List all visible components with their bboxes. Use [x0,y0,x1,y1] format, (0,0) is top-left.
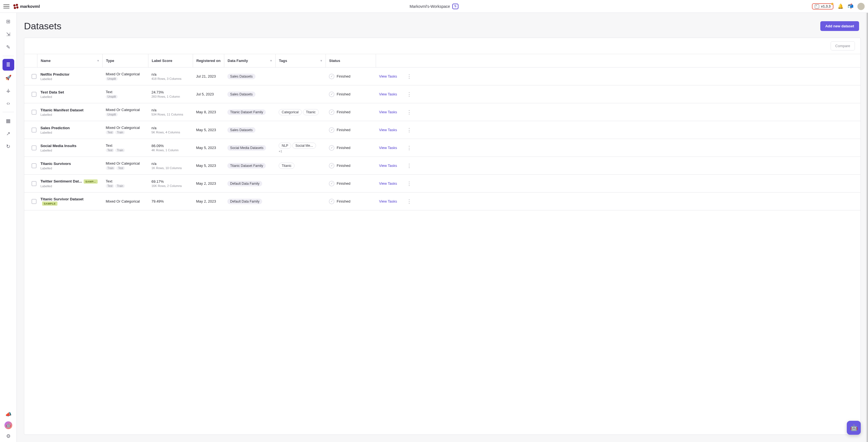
split-pill: Train [115,184,125,188]
dataset-labelled: Labelled [40,131,99,134]
view-tasks-link[interactable]: View Tasks [379,92,397,96]
rail-analytics-icon[interactable]: ↗ [2,128,14,140]
dataset-name[interactable]: Titanic Manifest Dataset [40,108,99,112]
tag-more[interactable]: +1 [279,150,322,153]
tag-pill[interactable]: Categorical [279,109,302,115]
view-tasks-link[interactable]: View Tasks [379,128,397,132]
row-checkbox[interactable] [32,127,36,132]
split-pill: Test [106,130,114,134]
dataset-name[interactable]: Titanic Survivor DatasetSAMPLE [40,197,99,206]
table-row: Social Media InsultsLabelledTextTestTrai… [24,139,861,157]
page-title: Datasets [24,21,61,32]
rail-code-icon[interactable]: ‹› [2,97,14,109]
rail-graph-icon[interactable]: ⚶ [2,85,14,96]
status-check-icon [329,127,334,133]
data-family-pill[interactable]: Titanic Dataset Family [227,163,266,169]
tag-pill[interactable]: Titanic [279,163,294,169]
data-family-pill[interactable]: Sales Datasets [227,91,255,97]
view-tasks-link[interactable]: View Tasks [379,181,397,185]
col-type[interactable]: Type [102,54,148,67]
dataset-name[interactable]: Social Media Insults [40,144,99,148]
col-data-family[interactable]: Data Family▾ [224,54,275,67]
col-label-score[interactable]: Label Score [148,54,193,67]
col-name[interactable]: Name▾ [37,54,102,67]
row-checkbox[interactable] [32,92,36,97]
table-row: Twitter Sentiment Dat...SAMP...LabelledT… [24,175,861,193]
dataset-name[interactable]: Twitter Sentiment Dat...SAMP... [40,179,99,184]
row-checkbox[interactable] [32,181,36,186]
rail-apps-icon[interactable]: ▦ [2,115,14,127]
data-family-pill[interactable]: Sales Datasets [227,127,255,133]
row-menu-icon[interactable]: ⋮ [401,178,417,189]
row-menu-icon[interactable]: ⋮ [401,196,417,207]
row-checkbox[interactable] [32,145,36,150]
dataset-name[interactable]: Test Data Set [40,90,99,94]
label-score: 79.49% [151,199,189,203]
data-family-pill[interactable]: Social Media Datasets [227,145,266,151]
logo-icon [13,4,19,9]
row-menu-icon[interactable]: ⋮ [401,106,417,118]
view-tasks-link[interactable]: View Tasks [379,74,397,79]
view-tasks-link[interactable]: View Tasks [379,110,397,114]
status-check-icon [329,199,334,204]
filter-icon[interactable]: ▾ [97,59,99,62]
label-score: 24.73% [151,90,189,94]
row-menu-icon[interactable]: ⋮ [401,88,417,100]
dataset-name[interactable]: Netflix Predictor [40,72,99,77]
brand-logo[interactable]: markovml [13,4,40,9]
notifications-icon[interactable]: 🔔 [837,3,843,9]
inbox-icon[interactable]: 📬 [847,3,854,9]
dataset-labelled: Labelled [40,167,99,170]
avatar[interactable] [858,3,865,10]
status-check-icon [329,181,334,186]
data-family-pill[interactable]: Default Data Family [227,181,262,186]
dataset-labelled: Labelled [40,184,99,188]
filter-icon[interactable]: ▾ [270,59,272,62]
view-tasks-link[interactable]: View Tasks [379,164,397,168]
rail-edit-icon[interactable]: ✎ [2,41,14,53]
rail-history-icon[interactable]: ↻ [2,141,14,152]
row-checkbox[interactable] [32,110,36,115]
rail-settings-icon[interactable]: ⚙ [2,430,14,442]
data-family-pill[interactable]: Titanic Dataset Family [227,109,266,115]
col-status[interactable]: Status [326,54,376,67]
dataset-name[interactable]: Sales Prediction [40,126,99,130]
row-checkbox[interactable] [32,199,36,204]
data-family-pill[interactable]: Default Data Family [227,199,262,204]
rail-import-icon[interactable]: ⇲ [2,28,14,40]
tag-pill[interactable]: NLP [279,143,291,149]
row-menu-icon[interactable]: ⋮ [401,70,417,82]
row-checkbox[interactable] [32,74,36,79]
label-score-sub: 5K Rows, 4 Columns [151,130,189,134]
tag-pill[interactable]: Social Me... [292,143,316,149]
version-button[interactable]: v1.3.3 [812,3,833,9]
view-tasks-link[interactable]: View Tasks [379,199,397,203]
dataset-name[interactable]: Titanic Survivors [40,161,99,166]
view-tasks-link[interactable]: View Tasks [379,146,397,150]
tag-pill[interactable]: Titanic [303,109,319,115]
label-score: 69.17% [151,179,189,184]
row-checkbox[interactable] [32,163,36,168]
col-registered-on[interactable]: Registered on [193,54,224,67]
row-menu-icon[interactable]: ⋮ [401,142,417,154]
rail-announce-icon[interactable]: 📣 [2,409,14,420]
data-family-pill[interactable]: Sales Datasets [227,73,255,79]
rail-datasets-icon[interactable]: ≣ [2,59,14,70]
add-dataset-button[interactable]: Add new dataset [820,21,859,31]
label-score: n/a [151,126,189,130]
rail-launch-icon[interactable]: 🚀 [2,72,14,83]
support-bot-icon[interactable]: 🤖 [4,421,12,429]
col-tags[interactable]: Tags▾ [275,54,326,67]
registered-on: May 8, 2023 [193,107,224,117]
compare-button[interactable]: Compare [831,41,855,51]
assistant-fab[interactable]: 🤖 [847,421,861,435]
row-menu-icon[interactable]: ⋮ [401,124,417,136]
registered-on: Jul 21, 2023 [193,71,224,81]
table-header-row: Name▾TypeLabel ScoreRegistered onData Fa… [24,54,861,67]
filter-icon[interactable]: ▾ [320,59,322,62]
workspace-selector[interactable]: Markovml's-Workspace ⇅ [410,4,459,9]
row-menu-icon[interactable]: ⋮ [401,160,417,172]
rail-dashboard-icon[interactable]: ⊞ [2,16,14,27]
menu-toggle[interactable] [3,4,9,8]
label-score-sub: 418 Rows, 3 Columns [151,77,189,80]
